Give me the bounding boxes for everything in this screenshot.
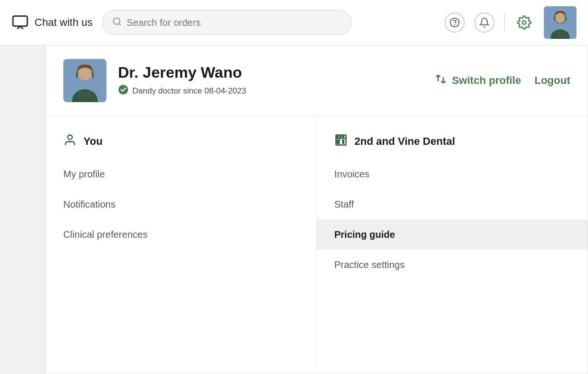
svg-rect-18	[340, 136, 341, 137]
practice-column: 2nd and Vine Dental Invoices Staff Prici…	[317, 116, 588, 367]
dropdown-panel: Dr. Jeremy Wano Dandy doctor since 08-04…	[46, 46, 588, 374]
chat-button[interactable]: Chat with us	[12, 14, 93, 31]
navbar: Chat with us	[0, 0, 588, 46]
building-icon	[334, 133, 348, 150]
svg-point-15	[68, 135, 72, 140]
my-profile-label: My profile	[63, 169, 105, 179]
svg-point-7	[555, 12, 565, 23]
profile-avatar-image	[63, 59, 106, 102]
svg-point-4	[522, 21, 526, 24]
notifications-item[interactable]: Notifications	[46, 189, 317, 220]
person-icon	[63, 133, 77, 150]
avatar-image	[544, 6, 576, 39]
svg-rect-22	[337, 142, 338, 143]
search-icon	[112, 17, 122, 29]
verified-icon	[118, 84, 129, 97]
svg-point-3	[455, 24, 455, 25]
profile-actions: Switch profile Logout	[435, 73, 570, 88]
profile-name: Dr. Jeremy Wano	[118, 64, 423, 82]
switch-profile-label: Switch profile	[452, 74, 521, 87]
notifications-button[interactable]	[474, 12, 494, 33]
svg-rect-19	[343, 136, 344, 137]
menu-columns: You My profile Notifications Clinical pr…	[46, 116, 588, 367]
svg-rect-23	[343, 142, 344, 143]
profile-since: Dandy doctor since 08-04-2023	[118, 84, 423, 97]
svg-rect-17	[337, 136, 338, 137]
practice-settings-label: Practice settings	[334, 259, 405, 270]
checkmark-icon	[118, 84, 129, 95]
main-content: Dr. Jeremy Wano Dandy doctor since 08-04…	[0, 46, 588, 374]
sidebar-strip	[0, 46, 46, 374]
search-input[interactable]	[127, 17, 341, 28]
practice-column-title: 2nd and Vine Dental	[354, 135, 455, 148]
switch-profile-button[interactable]: Switch profile	[435, 73, 521, 88]
user-avatar[interactable]	[544, 6, 576, 39]
svg-rect-8	[555, 31, 565, 37]
pricing-guide-item[interactable]: Pricing guide	[317, 220, 588, 250]
invoices-item[interactable]: Invoices	[317, 159, 588, 189]
svg-point-1	[114, 18, 120, 24]
arrows-icon	[435, 73, 447, 85]
notifications-label: Notifications	[63, 199, 116, 210]
practice-settings-item[interactable]: Practice settings	[317, 250, 588, 280]
invoices-label: Invoices	[334, 169, 369, 179]
svg-rect-12	[78, 92, 92, 99]
svg-point-14	[118, 85, 128, 94]
svg-rect-9	[554, 36, 566, 37]
nav-icons	[445, 6, 576, 39]
my-profile-item[interactable]: My profile	[46, 159, 317, 189]
svg-rect-13	[76, 99, 94, 100]
you-column-title: You	[83, 135, 103, 148]
profile-info: Dr. Jeremy Wano Dandy doctor since 08-04…	[118, 64, 423, 97]
you-column: You My profile Notifications Clinical pr…	[46, 116, 317, 367]
profile-since-text: Dandy doctor since 08-04-2023	[132, 86, 246, 96]
office-icon	[334, 133, 348, 147]
chat-label: Chat with us	[35, 16, 93, 29]
logout-button[interactable]: Logout	[534, 74, 570, 87]
nav-divider	[504, 13, 505, 32]
staff-label: Staff	[334, 199, 354, 210]
logout-label: Logout	[534, 74, 570, 86]
practice-column-header: 2nd and Vine Dental	[317, 126, 588, 159]
user-icon	[63, 133, 77, 147]
svg-rect-0	[13, 16, 27, 26]
clinical-preferences-label: Clinical preferences	[63, 229, 148, 240]
help-button[interactable]	[445, 12, 465, 33]
switch-icon	[435, 73, 447, 88]
svg-rect-21	[343, 140, 344, 141]
clinical-preferences-item[interactable]: Clinical preferences	[46, 220, 317, 250]
profile-header: Dr. Jeremy Wano Dandy doctor since 08-04…	[46, 46, 588, 116]
settings-button[interactable]	[514, 12, 534, 33]
search-bar	[102, 10, 352, 35]
chat-icon	[12, 14, 29, 31]
profile-avatar	[63, 59, 106, 102]
svg-rect-20	[337, 140, 338, 141]
pricing-guide-label: Pricing guide	[334, 229, 395, 240]
you-column-header: You	[46, 126, 317, 159]
staff-item[interactable]: Staff	[317, 189, 588, 220]
